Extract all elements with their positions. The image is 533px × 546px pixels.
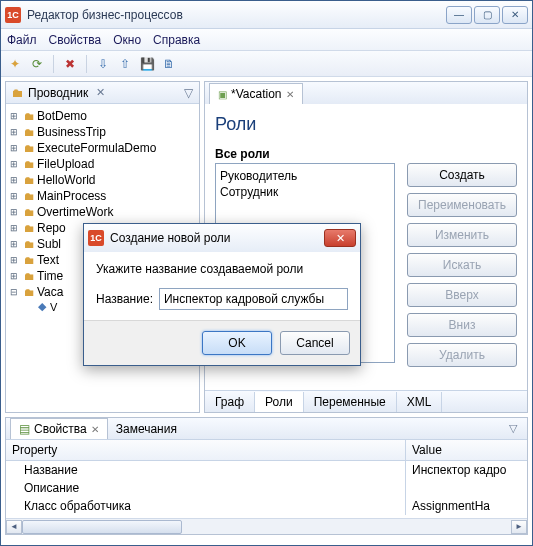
folder-icon: 🖿 xyxy=(24,222,35,234)
tree-item: ⊞🖿HelloWorld xyxy=(10,172,195,188)
cancel-button[interactable]: Cancel xyxy=(280,331,350,355)
separator xyxy=(86,55,87,73)
window-title: Редактор бизнес-процессов xyxy=(27,8,446,22)
menu-file[interactable]: Файл xyxy=(7,33,37,47)
tree-item: ⊞🖿MainProcess xyxy=(10,188,195,204)
editor-tabs: ▣ *Vacation ✕ xyxy=(205,82,527,104)
editor-tab[interactable]: ▣ *Vacation ✕ xyxy=(209,83,302,104)
table-row: Класс обработчика AssignmentHa xyxy=(6,497,527,515)
create-role-dialog: 1С Создание новой роли ✕ Укажите названи… xyxy=(83,223,361,366)
folder-icon: 🖿 xyxy=(24,190,35,202)
save-icon[interactable]: 💾 xyxy=(139,56,155,72)
toolbar: ✦ ⟳ ✖ ⇩ ⇧ 💾 🗎 xyxy=(1,51,532,77)
new-icon[interactable]: ✦ xyxy=(7,56,23,72)
tree-item: ⊞🖿ExecuteFormulaDemo xyxy=(10,140,195,156)
page-heading: Роли xyxy=(215,114,517,135)
view-menu-icon[interactable]: ▽ xyxy=(184,86,193,100)
properties-view: ▤ Свойства ✕ Замечания ▽ Property Value … xyxy=(5,417,528,535)
separator xyxy=(53,55,54,73)
tab-variables[interactable]: Переменные xyxy=(304,392,397,412)
folder-icon: 🖿 xyxy=(12,86,24,100)
import-icon[interactable]: ⇩ xyxy=(95,56,111,72)
close-tab-icon[interactable]: ✕ xyxy=(91,424,99,435)
folder-icon: 🖿 xyxy=(24,206,35,218)
dialog-titlebar: 1С Создание новой роли ✕ xyxy=(84,224,360,252)
main-window: 1С Редактор бизнес-процессов — ▢ ✕ Файл … xyxy=(0,0,533,546)
editor-bottom-tabs: Граф Роли Переменные XML xyxy=(205,390,527,412)
name-label: Название: xyxy=(96,292,153,306)
table-row: Описание xyxy=(6,479,527,497)
delete-icon[interactable]: ✖ xyxy=(62,56,78,72)
list-item[interactable]: Руководитель xyxy=(220,168,390,184)
folder-icon: 🖿 xyxy=(24,158,35,170)
folder-icon: 🖿 xyxy=(24,270,35,282)
tree-item: ⊞🖿BusinessTrip xyxy=(10,124,195,140)
app-icon: 1С xyxy=(5,7,21,23)
minimize-button[interactable]: — xyxy=(446,6,472,24)
tree-item: ⊞🖿OvertimeWork xyxy=(10,204,195,220)
dialog-prompt: Укажите название создаваемой роли xyxy=(96,262,348,276)
folder-icon: 🖿 xyxy=(24,142,35,154)
folder-icon: 🖿 xyxy=(24,238,35,250)
properties-table: Property Value Название Инспектор кадро … xyxy=(6,440,527,518)
menu-window[interactable]: Окно xyxy=(113,33,141,47)
titlebar: 1С Редактор бизнес-процессов — ▢ ✕ xyxy=(1,1,532,29)
document-icon: ▣ xyxy=(218,89,227,100)
col-value[interactable]: Value xyxy=(406,440,527,460)
maximize-button[interactable]: ▢ xyxy=(474,6,500,24)
properties-icon: ▤ xyxy=(19,422,30,436)
edit-button[interactable]: Изменить xyxy=(407,223,517,247)
tree-item: ⊞🖿FileUpload xyxy=(10,156,195,172)
create-button[interactable]: Создать xyxy=(407,163,517,187)
list-item[interactable]: Сотрудник xyxy=(220,184,390,200)
export-icon[interactable]: ⇧ xyxy=(117,56,133,72)
view-menu-icon[interactable]: ▽ xyxy=(509,422,523,435)
dialog-title: Создание новой роли xyxy=(110,231,324,245)
up-button[interactable]: Вверх xyxy=(407,283,517,307)
menubar: Файл Свойства Окно Справка xyxy=(1,29,532,51)
name-input[interactable] xyxy=(159,288,348,310)
close-view-icon[interactable]: ✕ xyxy=(96,86,105,99)
ok-button[interactable]: OK xyxy=(202,331,272,355)
explorer-title: Проводник xyxy=(28,86,88,100)
folder-icon: 🖿 xyxy=(24,254,35,266)
refresh-icon[interactable]: ⟳ xyxy=(29,56,45,72)
folder-icon: 🖿 xyxy=(24,126,35,138)
tab-roles[interactable]: Роли xyxy=(255,392,304,412)
rename-button[interactable]: Переименовать xyxy=(407,193,517,217)
scroll-left-icon[interactable]: ◄ xyxy=(6,520,22,534)
folder-icon: 🖿 xyxy=(24,174,35,186)
folder-icon: 🖿 xyxy=(24,110,35,122)
properties-tabs: ▤ Свойства ✕ Замечания ▽ xyxy=(6,418,527,440)
roles-buttons: Создать Переименовать Изменить Искать Вв… xyxy=(407,163,517,367)
search-button[interactable]: Искать xyxy=(407,253,517,277)
close-button[interactable]: ✕ xyxy=(502,6,528,24)
scroll-right-icon[interactable]: ► xyxy=(511,520,527,534)
close-tab-icon[interactable]: ✕ xyxy=(286,89,294,100)
tab-graph[interactable]: Граф xyxy=(205,392,255,412)
col-property[interactable]: Property xyxy=(6,440,406,460)
table-row: Название Инспектор кадро xyxy=(6,461,527,479)
horizontal-scrollbar[interactable]: ◄ ► xyxy=(6,518,527,534)
scroll-thumb[interactable] xyxy=(22,520,182,534)
menu-help[interactable]: Справка xyxy=(153,33,200,47)
tree-item: ⊞🖿BotDemo xyxy=(10,108,195,124)
tab-properties[interactable]: ▤ Свойства ✕ xyxy=(10,418,108,439)
all-roles-label: Все роли xyxy=(215,147,517,161)
explorer-header: 🖿 Проводник ✕ ▽ xyxy=(6,82,199,104)
dialog-close-button[interactable]: ✕ xyxy=(324,229,356,247)
app-icon: 1С xyxy=(88,230,104,246)
folder-icon: 🖿 xyxy=(24,286,35,298)
menu-properties[interactable]: Свойства xyxy=(49,33,102,47)
tab-xml[interactable]: XML xyxy=(397,392,443,412)
save-all-icon[interactable]: 🗎 xyxy=(161,56,177,72)
tab-notes[interactable]: Замечания xyxy=(108,419,185,439)
delete-button[interactable]: Удалить xyxy=(407,343,517,367)
down-button[interactable]: Вниз xyxy=(407,313,517,337)
process-icon: ◆ xyxy=(38,300,46,313)
